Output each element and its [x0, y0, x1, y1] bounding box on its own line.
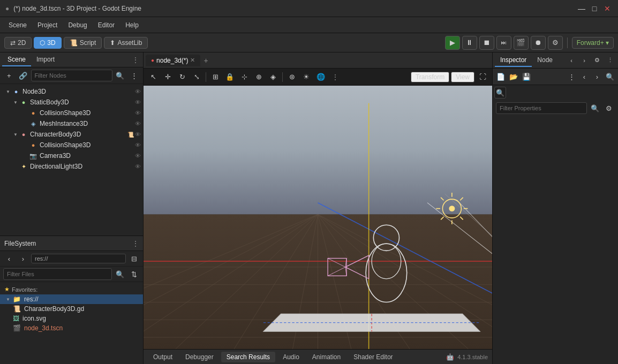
snap-button[interactable]: ⊞ — [209, 71, 222, 84]
scene-options-button[interactable]: ⋮ — [128, 70, 140, 81]
tab-output[interactable]: Output — [148, 352, 178, 362]
pause-button[interactable]: ⏸ — [462, 36, 477, 50]
tree-item-collision2[interactable]: ● CollisionShape3D 👁 — [0, 140, 143, 150]
tab-shader-editor[interactable]: Shader Editor — [348, 352, 398, 362]
menu-debug[interactable]: Debug — [64, 20, 91, 31]
menu-editor[interactable]: Editor — [94, 20, 119, 31]
mode-3d-button[interactable]: ⬡ 3D — [34, 37, 61, 49]
move-tool-button[interactable]: ✛ — [161, 71, 174, 84]
view-button[interactable]: View — [451, 72, 474, 82]
close-tab-button[interactable]: ✕ — [190, 57, 195, 64]
visibility-staticbody[interactable]: 👁 — [135, 99, 141, 105]
movie-button[interactable]: 🎬 — [514, 36, 529, 50]
inspector-search-icon[interactable]: 🔍 — [604, 71, 616, 82]
tree-item-light[interactable]: ✦ DirectionalLight3D 👁 — [0, 161, 143, 172]
instance-scene-button[interactable]: 🔗 — [17, 70, 29, 81]
tab-node[interactable]: Node — [532, 54, 558, 67]
tab-animation[interactable]: Animation — [307, 352, 346, 362]
rotate-tool-button[interactable]: ↻ — [176, 71, 189, 84]
visibility-node3d[interactable]: 👁 — [135, 88, 141, 95]
play-button[interactable]: ▶ — [445, 36, 460, 50]
fs-forward-button[interactable]: › — [17, 253, 29, 264]
open-scene-button[interactable]: 📂 — [508, 71, 519, 82]
local-global-button[interactable]: ⊕ — [252, 71, 265, 84]
object-search-button[interactable]: 🔍 — [494, 87, 506, 98]
environment-selector[interactable]: Forward+ ▾ — [572, 37, 614, 49]
nav-prev-button[interactable]: ‹ — [578, 71, 590, 82]
search-files-button[interactable]: 🔍 — [114, 268, 126, 280]
bone-button[interactable]: ⊛ — [285, 71, 298, 84]
visibility-collision1[interactable]: 👁 — [135, 110, 141, 116]
visibility-charbody[interactable]: 👁 — [135, 131, 141, 138]
maximize-button[interactable]: □ — [589, 3, 600, 14]
new-scene-button[interactable]: 📄 — [495, 71, 507, 82]
mesh-show-button[interactable]: ◈ — [267, 71, 280, 84]
visibility-camera[interactable]: 👁 — [135, 153, 141, 159]
stop-button[interactable]: ⏹ — [479, 36, 494, 50]
filter-nodes-input[interactable] — [31, 70, 112, 81]
filter-properties-input[interactable] — [496, 102, 587, 114]
viewport-3d[interactable]: ● Perspective — [144, 86, 492, 349]
scene-panel-menu-button[interactable]: ⋮ — [130, 55, 141, 65]
sun-button[interactable]: ☀ — [300, 71, 313, 84]
menu-help[interactable]: Help — [121, 20, 143, 31]
fs-item-res[interactable]: 📁 res:// — [0, 294, 143, 304]
scene-tab-bar: Scene Import ⋮ — [0, 52, 143, 67]
history-forward-button[interactable]: › — [578, 55, 590, 66]
fs-back-button[interactable]: ‹ — [3, 253, 15, 264]
env-btn[interactable]: 🌐 — [314, 71, 327, 84]
tree-item-staticbody[interactable]: ● StaticBody3D 👁 — [0, 97, 143, 108]
select-tool-button[interactable]: ↖ — [147, 71, 160, 84]
visibility-light[interactable]: 👁 — [135, 163, 141, 170]
tab-search-results[interactable]: Search Results — [221, 352, 275, 362]
inspector-settings-button[interactable]: ⚙ — [591, 55, 603, 66]
menu-project[interactable]: Project — [33, 20, 62, 31]
fs-item-charbody-gd[interactable]: 📜 CharacterBody3D.gd — [0, 304, 143, 314]
close-button[interactable]: ✕ — [602, 3, 613, 14]
tree-item-charbody[interactable]: ● CharacterBody3D 📜 👁 — [0, 129, 143, 140]
inspector-menu-button[interactable]: ⋮ — [604, 55, 616, 66]
group-button[interactable]: ⊹ — [238, 71, 251, 84]
scale-tool-button[interactable]: ⤡ — [190, 71, 203, 84]
add-tab-button[interactable]: + — [200, 54, 211, 67]
tree-item-node3d[interactable]: ● Node3D 👁 — [0, 86, 143, 97]
tab-debugger[interactable]: Debugger — [180, 352, 219, 362]
fs-split-button[interactable]: ⊟ — [128, 253, 140, 264]
menu-scene[interactable]: Scene — [4, 20, 31, 31]
tab-inspector[interactable]: Inspector — [495, 54, 532, 67]
sort-files-button[interactable]: ⇅ — [128, 268, 140, 280]
tab-audio[interactable]: Audio — [277, 352, 305, 362]
nav-next-button[interactable]: › — [591, 71, 603, 82]
add-node-button[interactable]: + — [3, 70, 15, 81]
mode-2d-button[interactable]: ⇄ 2D — [4, 37, 32, 49]
visibility-collision2[interactable]: 👁 — [135, 142, 141, 148]
editor-tab-node3d[interactable]: ● node_3d(*) ✕ — [146, 55, 200, 66]
tree-item-collision1[interactable]: ● CollisionShape3D 👁 — [0, 108, 143, 118]
mode-assetlib-button[interactable]: ⬆ AssetLib — [104, 37, 148, 49]
titlebar: ● (*) node_3d.tscn - 3D Project - Godot … — [0, 0, 618, 17]
visibility-mesh[interactable]: 👁 — [135, 120, 141, 127]
tree-item-camera[interactable]: 📷 Camera3D 👁 — [0, 150, 143, 161]
filter-search-button[interactable]: 🔍 — [589, 102, 601, 114]
filter-options-button[interactable]: ⚙ — [603, 102, 615, 114]
save-scene-button[interactable]: 💾 — [521, 71, 532, 82]
fs-item-node3d-tscn[interactable]: 🎬 node_3d.tscn — [0, 323, 143, 333]
tree-item-mesh[interactable]: ◈ MeshInstance3D 👁 — [0, 118, 143, 129]
step-button[interactable]: ⏭ — [496, 36, 511, 50]
filesystem-menu-button[interactable]: ⋮ — [132, 240, 139, 247]
search-nodes-button[interactable]: 🔍 — [115, 70, 126, 81]
history-back-button[interactable]: ‹ — [566, 55, 577, 66]
tab-import[interactable]: Import — [31, 54, 60, 66]
filter-files-input[interactable] — [3, 268, 112, 280]
transform-button[interactable]: Transform — [411, 72, 449, 82]
more-options-button[interactable]: ⋮ — [329, 72, 342, 82]
lock-button[interactable]: 🔒 — [223, 71, 236, 84]
inspector-opts-button[interactable]: ⋮ — [566, 71, 577, 82]
tab-scene[interactable]: Scene — [2, 54, 31, 66]
settings-button[interactable]: ⚙ — [548, 36, 563, 50]
fs-item-icon-svg[interactable]: 🖼 icon.svg — [0, 314, 143, 323]
mode-script-button[interactable]: 📜 Script — [64, 37, 102, 49]
fullscreen-button[interactable]: ⛶ — [476, 71, 489, 84]
record-button[interactable]: ⏺ — [531, 36, 546, 50]
minimize-button[interactable]: — — [576, 3, 587, 14]
